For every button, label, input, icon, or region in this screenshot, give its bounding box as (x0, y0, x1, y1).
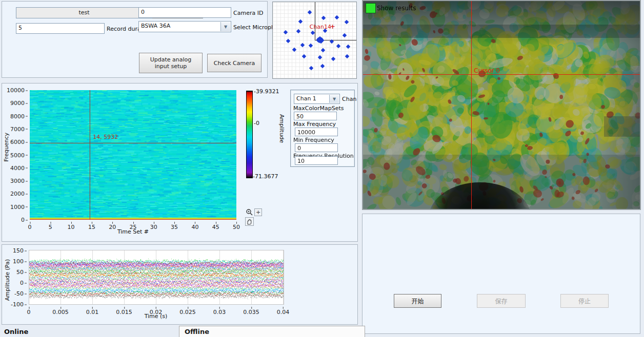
mic-dot (345, 54, 349, 58)
colorbar-axis-label: Amplitude (278, 114, 285, 143)
tick-label: 1000 (10, 203, 25, 210)
record-duration-field[interactable]: 5 (16, 23, 105, 34)
acoustic-camera-app: { "app": { "status_left": "Online", "sta… (0, 0, 644, 337)
mic-dot (296, 29, 300, 33)
tick-label: -50 (14, 290, 24, 297)
mic-dot (345, 20, 349, 24)
colorbar-min-label: -71.3677 (253, 173, 278, 180)
tick-label: 10000 (7, 87, 25, 94)
mic-array-dropdown-value: BSWA 36A (141, 23, 170, 29)
tick-label: 8000 (10, 113, 25, 119)
max-colormap-field[interactable]: 50 (294, 112, 337, 120)
pan-hand-tool-icon[interactable] (245, 217, 254, 226)
status-offline-bar: Offline (179, 326, 365, 337)
tick-label: 6000 (10, 139, 25, 145)
tick-label: 50 (16, 269, 24, 276)
save-button[interactable]: 保存 (477, 294, 526, 308)
max-frequency-field[interactable]: 10000 (295, 128, 338, 136)
channel-dropdown-value: Chan 1 (296, 95, 316, 102)
frequency-resolution-field[interactable]: 10 (295, 156, 338, 165)
check-camera-button[interactable]: Check Camera (207, 54, 261, 72)
mic-dot (317, 55, 321, 59)
camera-id-field[interactable]: 0 (138, 7, 231, 18)
spectrogram-cursor-readout: 14, 5932 (93, 134, 118, 140)
mic-dot (320, 64, 324, 68)
beamform-controls-box: Chan 1 ▼ Chan MaxColorMapSets 50 Max Fre… (290, 90, 355, 167)
image-cursor-hline[interactable] (363, 74, 640, 75)
cursor-tool-icon[interactable]: + (254, 208, 262, 216)
array-cursor-label: Chan14 (310, 23, 331, 30)
tick-label: 0 (20, 280, 24, 286)
update-analog-input-button[interactable]: Update analog input setup (139, 53, 203, 73)
show-results-label: Show results (377, 5, 416, 12)
max-colormap-label: MaxColorMapSets (293, 105, 344, 112)
tick-label: 3000 (10, 178, 25, 184)
tick-label: 150 (13, 247, 24, 254)
mic-dot (300, 43, 305, 47)
mic-array-plot[interactable]: + Chan14 (272, 2, 357, 79)
mic-dot (286, 39, 290, 43)
beamform-overlay-image[interactable] (363, 1, 640, 209)
mic-dot (346, 45, 350, 49)
action-panel: 开始 保存 停止 (362, 214, 640, 334)
start-button[interactable]: 开始 (394, 294, 441, 308)
mic-dot (311, 31, 315, 35)
image-cursor-label: Cursor 0 (474, 67, 500, 74)
spectrogram-y-label: Frequency (3, 133, 10, 162)
waveform-panel: 150100500-50-100 00.0050.010.0150.020.02… (2, 244, 358, 325)
camera-id-label: Camera ID (233, 10, 263, 16)
tick-label: 5000 (10, 152, 25, 158)
channel-label: Chan (342, 96, 356, 102)
spectrogram-plot[interactable] (30, 90, 236, 220)
mic-dot (321, 16, 325, 20)
mic-dot (308, 10, 312, 14)
tick-label: 2000 (10, 191, 25, 197)
amplitude-colorbar (246, 91, 253, 178)
image-cursor-vline[interactable] (471, 1, 472, 209)
chevron-down-icon[interactable]: ▼ (220, 22, 230, 31)
mic-dot (298, 19, 303, 24)
spectrogram-panel: 1000090008000700060005000400030002000100… (2, 83, 358, 242)
camera-image-view[interactable]: Cursor 0 Show results (362, 0, 641, 210)
mic-dot (309, 66, 313, 70)
tick-label: 4000 (10, 164, 25, 171)
stop-button[interactable]: 停止 (560, 294, 609, 308)
tick-label: 100 (13, 258, 24, 265)
show-results-checkbox[interactable] (366, 3, 376, 13)
min-frequency-field[interactable]: 0 (295, 143, 338, 152)
mic-dot (320, 48, 325, 52)
mic-dot (336, 44, 340, 48)
tick-label: 9000 (10, 100, 25, 107)
mic-dot (309, 44, 313, 48)
mic-dot (343, 33, 347, 37)
colorbar-max-label: -39.9321 (254, 88, 279, 95)
channel-dropdown[interactable]: Chan 1 ▼ (294, 94, 340, 104)
waveform-plot[interactable] (29, 250, 284, 305)
waveform-x-label: Time (s) (29, 313, 283, 320)
tick-label: -100 (11, 301, 24, 308)
waveform-x-axis: 00.0050.010.0150.020.0250.030.0350.04 (29, 306, 283, 313)
status-offline-label: Offline (185, 328, 209, 335)
tick-label: 7000 (10, 125, 25, 132)
min-frequency-label: Min Frequency (293, 137, 334, 143)
mic-dot (284, 30, 288, 34)
waveform-y-label: Amplitude (Pa) (4, 259, 11, 301)
chevron-down-icon[interactable]: ▼ (329, 95, 339, 103)
status-online: Online (4, 328, 28, 335)
colorbar-mid-label: -0 (254, 120, 259, 127)
mic-dot (292, 48, 296, 52)
mic-dot (334, 15, 338, 19)
spectrogram-x-axis: 05101520253035404550 (30, 221, 236, 228)
mic-dot (331, 57, 335, 61)
zoom-tool-icon[interactable] (245, 208, 254, 217)
tick-label: 0 (21, 217, 25, 223)
setup-panel: test 新建 5 Record duration(s) 0 Camera ID… (2, 1, 268, 78)
project-name-field[interactable]: test (16, 7, 152, 18)
spectrogram-x-label: Time Set # (30, 228, 236, 235)
mic-array-dropdown[interactable]: BSWA 36A ▼ (138, 21, 231, 32)
max-frequency-label: Max Frequency (293, 121, 336, 128)
array-axis-vertical (315, 2, 315, 40)
mic-dot (302, 54, 306, 58)
